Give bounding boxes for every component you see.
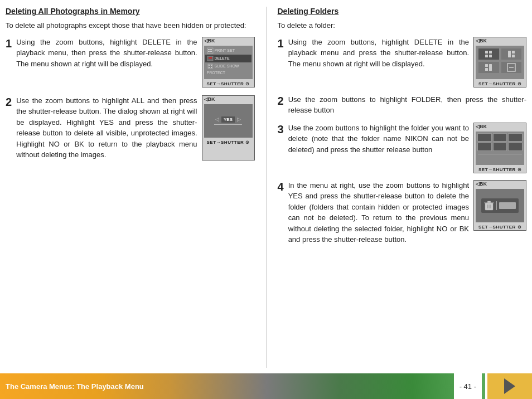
cam-footer-1: SET→SHUTTER ⊙ bbox=[202, 81, 254, 87]
right-intro: To delete a folder: bbox=[278, 20, 527, 31]
footer-bar: The Camera Menus: The Playback Menu - 41… bbox=[0, 373, 532, 399]
svg-rect-13 bbox=[489, 51, 492, 53]
left-title: Deleting All Photographs in Memory bbox=[6, 7, 255, 16]
svg-rect-2 bbox=[208, 51, 210, 52]
left-column: Deleting All Photographs in Memory To de… bbox=[6, 7, 267, 368]
svg-rect-19 bbox=[485, 64, 488, 67]
svg-rect-10 bbox=[211, 65, 212, 66]
camera-screen-r1: ◁BK bbox=[473, 37, 526, 87]
svg-rect-17 bbox=[512, 51, 515, 53]
left-step-1-text: Using the zoom buttons, highlight DELETE… bbox=[16, 37, 197, 87]
right-step-3: 3 Use the zoom buttons to highlight the … bbox=[278, 123, 527, 173]
footer-page: - 41 - bbox=[454, 373, 482, 399]
svg-rect-9 bbox=[209, 67, 210, 68]
svg-rect-18 bbox=[512, 55, 515, 57]
svg-rect-15 bbox=[489, 55, 492, 57]
left-intro: To delete all photographs except those t… bbox=[6, 20, 255, 31]
left-step-2: 2 Use the zoom buttons to highlight ALL … bbox=[6, 95, 255, 160]
camera-screen-r3: ◁BK bbox=[473, 123, 526, 173]
svg-rect-4 bbox=[210, 51, 212, 52]
left-step-2-text: Use the zoom buttons to highlight ALL an… bbox=[16, 95, 197, 160]
svg-rect-1 bbox=[208, 49, 210, 50]
svg-rect-16 bbox=[508, 51, 511, 57]
camera-screen-1: ◁BK PRINT SET DELETE bbox=[202, 37, 255, 87]
footer-text: The Camera Menus: The Playback Menu bbox=[0, 382, 144, 391]
camera-screen-2: ◁BK ◁ YES ▷ SET→SHUTTER bbox=[202, 95, 255, 160]
right-step-2-text: Use the zoom buttons to highlight FOLDER… bbox=[288, 94, 526, 116]
svg-rect-3 bbox=[210, 49, 212, 50]
right-step-1-text: Using the zoom buttons, highlight DELETE… bbox=[288, 37, 469, 70]
camera-screen-r4: ◁BK bbox=[473, 180, 526, 231]
svg-rect-14 bbox=[485, 55, 488, 57]
left-step-2-number: 2 bbox=[6, 95, 12, 160]
right-step-2: 2 Use the zoom buttons to highlight FOLD… bbox=[278, 94, 527, 116]
svg-rect-20 bbox=[489, 64, 492, 71]
cam-footer-2: SET→SHUTTER ⊙ bbox=[202, 139, 254, 145]
svg-rect-8 bbox=[209, 65, 210, 66]
right-title: Deleting Folders bbox=[278, 7, 527, 16]
next-page-button[interactable] bbox=[487, 373, 532, 399]
svg-rect-11 bbox=[211, 67, 212, 68]
svg-rect-21 bbox=[485, 68, 488, 71]
right-step-4: 4 In the menu at right, use the zoom but… bbox=[278, 180, 527, 245]
left-step-1-number: 1 bbox=[6, 37, 12, 87]
left-step-1: 1 Using the zoom buttons, highlight DELE… bbox=[6, 37, 255, 87]
svg-rect-12 bbox=[485, 51, 488, 53]
right-step-1: 1 Using the zoom buttons, highlight DELE… bbox=[278, 37, 527, 87]
svg-rect-5 bbox=[207, 56, 213, 61]
arrow-right-icon bbox=[504, 378, 515, 394]
right-step-3-text: Use the zoom buttons to highlight the fo… bbox=[288, 123, 469, 155]
right-step-4-text: In the menu at right, use the zoom butto… bbox=[288, 180, 469, 245]
right-column: Deleting Folders To delete a folder: 1 U… bbox=[267, 7, 527, 368]
